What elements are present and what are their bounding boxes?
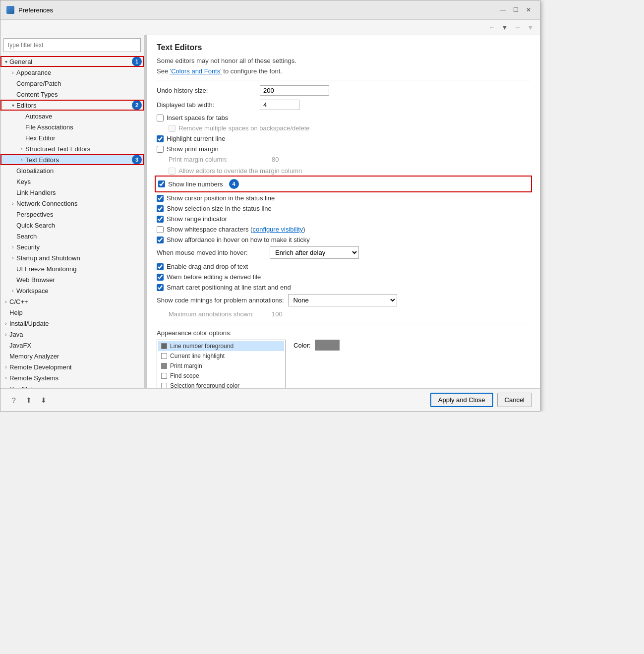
sidebar-label-workspace: Workspace xyxy=(16,287,142,295)
label-current-line: Current line highlight xyxy=(170,353,225,359)
highlight-current-label: Highlight current line xyxy=(167,135,226,142)
sidebar-item-appearance[interactable]: › Appearance xyxy=(0,67,144,78)
sidebar-item-perspectives[interactable]: Perspectives xyxy=(0,209,144,220)
sidebar-item-remote-systems[interactable]: › Remote Systems xyxy=(0,372,144,383)
color-item-current-line[interactable]: Current line highlight xyxy=(158,351,284,361)
show-line-numbers-checkbox[interactable] xyxy=(158,180,165,187)
show-range-label: Show range indicator xyxy=(167,215,227,223)
remove-multiple-checkbox[interactable] xyxy=(169,125,176,132)
filter-input[interactable] xyxy=(3,38,141,52)
highlight-current-checkbox[interactable] xyxy=(157,135,164,142)
sidebar-label-structured: Structured Text Editors xyxy=(25,145,142,153)
info-text-1: Some editors may not honor all of these … xyxy=(157,57,530,64)
back-button[interactable]: ← xyxy=(486,22,497,33)
code-minings-select[interactable]: None Errors Errors & Warnings All xyxy=(288,294,397,306)
color-item-selection-fg[interactable]: Selection foreground color xyxy=(158,381,284,388)
apply-close-button[interactable]: Apply and Close xyxy=(430,393,493,407)
sidebar-item-startup[interactable]: › Startup and Shutdown xyxy=(0,252,144,263)
sidebar-item-cpp[interactable]: › C/C++ xyxy=(0,296,144,307)
enable-drag-checkbox[interactable] xyxy=(157,263,164,270)
enable-drag-label: Enable drag and drop of text xyxy=(167,263,248,270)
print-margin-col-value: 80 xyxy=(272,156,279,163)
close-button[interactable]: ✕ xyxy=(523,4,534,15)
help-button[interactable]: ? xyxy=(8,395,19,406)
color-item-find-scope[interactable]: Find scope xyxy=(158,371,284,381)
sidebar-item-web-browser[interactable]: Web Browser xyxy=(0,274,144,285)
sidebar-item-text-editors[interactable]: › Text Editors 3 xyxy=(0,154,144,165)
maximize-button[interactable]: ☐ xyxy=(510,4,521,15)
sidebar-item-globalization[interactable]: Globalization xyxy=(0,165,144,176)
color-preview-box[interactable] xyxy=(315,340,340,351)
show-line-numbers-row: Show line numbers 4 xyxy=(157,178,530,190)
sidebar-item-hex-editor[interactable]: Hex Editor xyxy=(0,132,144,143)
sidebar-item-structured-text[interactable]: › Structured Text Editors xyxy=(0,143,144,154)
show-whitespace-checkbox[interactable] xyxy=(157,226,164,233)
sidebar-item-content-types[interactable]: Content Types xyxy=(0,89,144,100)
badge-text-editors: 3 xyxy=(132,155,142,165)
sidebar-item-memory-analyzer[interactable]: Memory Analyzer xyxy=(0,351,144,361)
bottom-left-buttons: ? ⬆ ⬇ xyxy=(8,395,49,406)
sidebar-item-autosave[interactable]: Autosave xyxy=(0,111,144,121)
show-cursor-checkbox[interactable] xyxy=(157,195,164,202)
configure-visibility-link[interactable]: configure visibility xyxy=(252,226,303,233)
sidebar-item-ui-freeze[interactable]: UI Freeze Monitoring xyxy=(0,263,144,274)
insert-spaces-checkbox[interactable] xyxy=(157,115,164,121)
color-item-line-number-fg[interactable]: Line number foreground xyxy=(158,341,284,351)
export-button[interactable]: ⬆ xyxy=(23,395,34,406)
sidebar-item-javafx[interactable]: JavaFX xyxy=(0,340,144,351)
show-selection-checkbox[interactable] xyxy=(157,205,164,212)
colors-fonts-link[interactable]: 'Colors and Fonts' xyxy=(170,67,222,75)
sidebar-item-install-update[interactable]: › Install/Update xyxy=(0,318,144,329)
sidebar-item-run-debug[interactable]: › Run/Debug xyxy=(0,383,144,388)
show-line-numbers-label: Show line numbers xyxy=(168,180,223,188)
sidebar-item-keys[interactable]: Keys xyxy=(0,176,144,187)
sidebar-item-help[interactable]: Help xyxy=(0,307,144,318)
sidebar-item-compare-patch[interactable]: Compare/Patch xyxy=(0,78,144,89)
show-print-margin-checkbox[interactable] xyxy=(157,146,164,153)
sidebar-item-general[interactable]: ▾ General 1 xyxy=(0,56,144,67)
forward-button[interactable]: → xyxy=(512,22,523,33)
sidebar-item-search[interactable]: Search xyxy=(0,231,144,241)
sidebar-item-editors[interactable]: ▾ Editors 2 xyxy=(0,100,144,111)
sidebar-item-security[interactable]: › Security xyxy=(0,241,144,252)
show-range-row: Show range indicator xyxy=(157,215,530,223)
sidebar-item-java[interactable]: › Java xyxy=(0,329,144,340)
sidebar-item-network-connections[interactable]: › Network Connections xyxy=(0,198,144,209)
show-range-checkbox[interactable] xyxy=(157,216,164,223)
show-affordance-checkbox[interactable] xyxy=(157,237,164,243)
sidebar-label-search: Search xyxy=(16,233,142,240)
remove-multiple-label: Remove multiple spaces on backspace/dele… xyxy=(178,124,309,132)
sidebar-item-link-handlers[interactable]: Link Handlers xyxy=(0,187,144,198)
undo-history-input[interactable] xyxy=(260,85,329,96)
smart-caret-checkbox[interactable] xyxy=(157,284,164,291)
color-item-print-margin[interactable]: Print margin xyxy=(158,361,284,371)
sidebar-item-quick-search[interactable]: Quick Search xyxy=(0,220,144,231)
bottom-right-buttons: Apply and Close Cancel xyxy=(430,393,532,407)
tab-width-label: Displayed tab width: xyxy=(157,101,256,109)
sidebar-label-memory: Memory Analyzer xyxy=(9,353,142,360)
back-dropdown-button[interactable]: ▼ xyxy=(499,22,510,33)
sidebar-item-remote-dev[interactable]: › Remote Development xyxy=(0,361,144,372)
warn-editing-checkbox[interactable] xyxy=(157,274,164,281)
undo-history-row: Undo history size: xyxy=(157,85,530,96)
info-text-2: See 'Colors and Fonts' to configure the … xyxy=(157,67,530,75)
appearance-label: Appearance color options: xyxy=(157,329,530,337)
show-selection-row: Show selection size in the status line xyxy=(157,205,530,212)
sidebar-label-autosave: Autosave xyxy=(25,113,142,120)
cancel-button[interactable]: Cancel xyxy=(497,393,532,407)
swatch-find-scope xyxy=(161,373,167,379)
tab-width-row: Displayed tab width: xyxy=(157,100,530,110)
import-button[interactable]: ⬇ xyxy=(38,395,49,406)
allow-override-checkbox[interactable] xyxy=(169,168,176,175)
forward-dropdown-button[interactable]: ▼ xyxy=(525,22,536,33)
sidebar-item-file-associations[interactable]: File Associations xyxy=(0,121,144,132)
sidebar-label-general: General xyxy=(9,58,129,65)
sidebar-label-remote-dev: Remote Development xyxy=(9,363,142,371)
sidebar-label-quick-search: Quick Search xyxy=(16,222,142,229)
tab-width-input[interactable] xyxy=(260,100,299,110)
settings-content: Text Editors Some editors may not honor … xyxy=(147,35,540,388)
sidebar-item-workspace[interactable]: › Workspace xyxy=(0,285,144,296)
when-mouse-select[interactable]: Enrich after delay Enrich immediately Ne… xyxy=(270,246,359,259)
minimize-button[interactable]: — xyxy=(497,4,508,15)
expand-arrow-structured: › xyxy=(18,146,25,152)
